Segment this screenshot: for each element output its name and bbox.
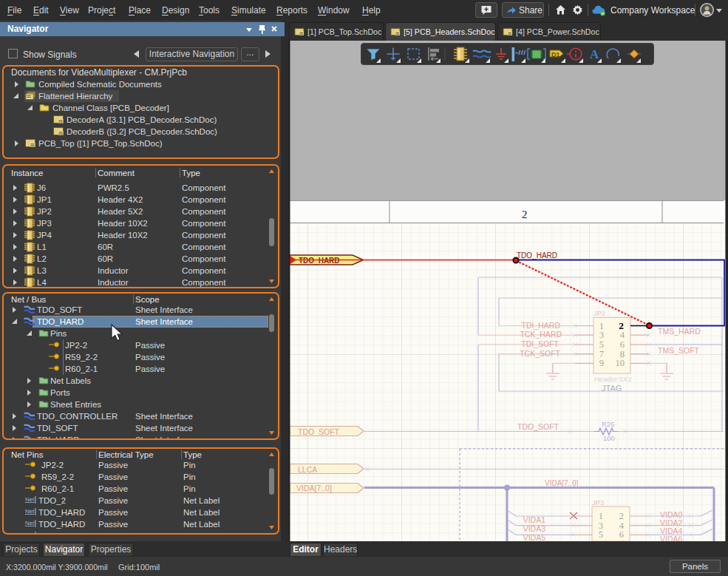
svg-text:TDI_HARD: TDI_HARD [521,321,560,330]
svg-text:Header 5X2: Header 5X2 [594,375,632,383]
svg-text:2: 2 [522,209,528,220]
svg-text:VIDA6: VIDA6 [660,535,683,541]
svg-text:A: A [590,47,599,61]
svg-text:JP2: JP2 [593,309,605,317]
svg-text:TDO_SOFT: TDO_SOFT [517,422,559,431]
svg-text:5: 5 [599,529,603,540]
svg-text:10: 10 [616,358,625,368]
svg-text:9: 9 [599,358,604,368]
svg-text:TMS_SOFT: TMS_SOFT [658,346,700,355]
svg-text:6: 6 [619,529,624,540]
svg-text:JP3: JP3 [592,498,604,506]
svg-text:2: 2 [619,320,624,331]
svg-text:D1: D1 [551,51,560,58]
svg-text:VIDA3: VIDA3 [523,524,546,533]
svg-text:TMS_HARD: TMS_HARD [658,327,701,336]
svg-text:JTAG: JTAG [602,384,622,393]
svg-text:LLCA: LLCA [298,465,317,474]
svg-text:TDO_SOFT: TDO_SOFT [298,427,340,436]
svg-text:TCK_SOFT: TCK_SOFT [520,349,560,358]
svg-text:100: 100 [603,434,615,442]
svg-text:VIDA[7..0]: VIDA[7..0] [545,479,579,487]
svg-text:VIDA5: VIDA5 [523,533,546,541]
svg-text:TCK_HARD: TCK_HARD [520,330,562,339]
svg-text:TDI_SOFT: TDI_SOFT [521,339,559,348]
svg-text:VIDA1: VIDA1 [523,515,546,524]
svg-text:TDO_HARD: TDO_HARD [517,251,557,260]
svg-text:R26: R26 [602,420,614,428]
svg-text:VIDA[7..0]: VIDA[7..0] [296,484,332,492]
